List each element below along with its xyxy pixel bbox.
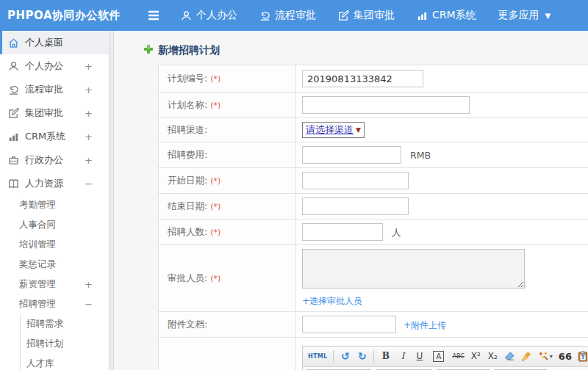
rich-text-editor: HTML ↺ ↻ B I U A ABC X² X₂ (302, 346, 588, 370)
sidebar-item-group-approval[interactable]: 集团审批 + (0, 101, 109, 125)
start-date-input[interactable] (302, 172, 409, 189)
nav-label: 流程审批 (275, 9, 316, 22)
required-mark: (*) (210, 274, 220, 283)
nav-crm-system[interactable]: CRM系统 (417, 9, 476, 22)
sidebar-item-talent-pool[interactable]: 人才库 (21, 354, 109, 370)
field-label-end-date: 结束日期:(*) (159, 194, 296, 220)
editor-row-label-empty (159, 338, 296, 370)
home-icon (7, 37, 19, 48)
nav-more-apps[interactable]: 更多应用 ▼ (498, 9, 551, 22)
field-label-cost: 招聘费用: (159, 142, 296, 168)
field-label-plan-number: 计划编号:(*) (159, 65, 296, 92)
top-navbar: PHPOA协同办公软件 个人办公 流程审批 集团审批 CRM系统 (0, 0, 588, 31)
hamburger-menu-icon[interactable] (147, 10, 160, 21)
blockquote-button[interactable]: 66 (556, 349, 574, 364)
auto-typeset-wand-icon[interactable]: ▾ (536, 349, 555, 364)
plan-name-input[interactable] (302, 96, 470, 114)
sidebar-item-admin-office[interactable]: 行政办公 + (0, 148, 109, 172)
expand-plus-icon[interactable]: + (85, 108, 93, 119)
sidebar-subitem-label: 招聘管理 (19, 298, 56, 311)
superscript-button[interactable]: X² (468, 349, 484, 364)
svg-text:T: T (581, 354, 586, 360)
char-border-button[interactable]: A (433, 351, 444, 362)
sidebar-item-recruit-demand[interactable]: 招聘需求 (21, 314, 109, 334)
field-label-channel: 招聘渠道: (159, 118, 296, 142)
currency-suffix: RMB (410, 150, 431, 161)
sidebar-item-reward-punishment[interactable]: 奖惩记录 (0, 255, 109, 275)
sidebar-item-personal-office[interactable]: 个人办公 + (0, 54, 109, 78)
sidebar-item-label: 人力资源 (25, 177, 63, 190)
nav-group-approval[interactable]: 集团审批 (338, 9, 395, 22)
sidebar-item-salary[interactable]: 薪资管理 + (0, 275, 109, 294)
approvers-textarea[interactable] (302, 249, 525, 289)
sidebar-item-label: 个人桌面 (25, 36, 63, 49)
field-label-plan-name: 计划名称:(*) (159, 92, 296, 118)
expand-plus-icon[interactable]: + (85, 131, 93, 142)
paste-text-icon[interactable]: T (576, 349, 588, 364)
nav-personal-office[interactable]: 个人办公 (181, 9, 237, 22)
select-caret-icon: ▼ (356, 126, 361, 134)
bold-button[interactable]: B (378, 349, 393, 364)
italic-button[interactable]: I (395, 349, 410, 364)
people-suffix: 人 (392, 227, 401, 238)
field-label-attachment: 附件文档: (159, 312, 296, 338)
nav-label: CRM系统 (432, 9, 476, 22)
undo-button[interactable]: ↺ (337, 349, 353, 364)
sidebar-item-recruit-plan[interactable]: 招聘计划 (21, 334, 109, 354)
expand-plus-icon[interactable]: + (85, 61, 93, 72)
nav-label: 个人办公 (196, 9, 237, 22)
sidebar-item-hr[interactable]: 人力资源 − (0, 172, 109, 195)
sidebar-item-label: 集团审批 (25, 106, 63, 120)
required-mark: (*) (210, 228, 220, 237)
sidebar-item-crm[interactable]: CRM系统 + (0, 125, 109, 148)
collapse-minus-icon[interactable]: − (85, 178, 93, 189)
sidebar-subitem-label: 奖惩记录 (19, 258, 56, 271)
required-mark: (*) (210, 202, 220, 211)
collapse-minus-icon[interactable]: − (85, 299, 93, 310)
strikethrough-button[interactable]: ABC (450, 349, 466, 364)
sidebar-scrollbar[interactable] (109, 31, 114, 370)
nav-label: 更多应用 (498, 9, 539, 22)
plan-number-input[interactable] (302, 70, 423, 87)
field-label-approvers: 审批人员:(*) (159, 245, 296, 312)
book-icon (7, 178, 19, 189)
sidebar-item-attendance[interactable]: 考勤管理 (0, 195, 109, 215)
redo-button[interactable]: ↻ (354, 349, 370, 364)
nav-workflow-approval[interactable]: 流程审批 (259, 9, 316, 22)
headcount-input[interactable] (302, 223, 383, 241)
channel-select[interactable]: 请选择渠道 ▼ (302, 122, 365, 138)
sidebar-item-label: 流程审批 (25, 83, 63, 96)
nav-label: 集团审批 (354, 9, 395, 22)
person-icon (7, 60, 19, 72)
recruitment-plan-form: 计划编号:(*) 计划名称:(*) 招聘渠道: 请选择渠道 ▼ (158, 65, 588, 370)
sidebar-item-label: 行政办公 (25, 153, 63, 167)
sidebar-item-hr-contract[interactable]: 人事合同 (0, 215, 109, 235)
field-label-headcount: 招聘人数:(*) (159, 220, 296, 245)
sidebar-item-label: 个人办公 (25, 59, 63, 73)
process-undo-icon (259, 10, 270, 21)
expand-plus-icon[interactable]: + (85, 84, 93, 95)
edit-square-icon (7, 107, 19, 119)
underline-button[interactable]: U (412, 349, 427, 364)
choose-approvers-link[interactable]: +选择审批人员 (302, 295, 588, 308)
navbar-menu: 个人办公 流程审批 集团审批 CRM系统 更多应用 ▼ (181, 9, 551, 22)
sidebar-item-recruitment[interactable]: 招聘管理 − (0, 294, 109, 314)
sidebar-subitem-label: 考勤管理 (19, 199, 56, 211)
editor-toolbar-row-2: 自定义标题 ▾ 段落格式 ▾ 字体 ▾ 字号 ▾ (303, 367, 588, 370)
end-date-input[interactable] (302, 197, 409, 215)
expand-plus-icon[interactable]: + (85, 279, 93, 290)
attachment-input[interactable] (302, 316, 396, 333)
expand-plus-icon[interactable]: + (85, 155, 93, 166)
cost-input[interactable] (302, 146, 401, 164)
format-brush-icon[interactable] (519, 349, 534, 364)
process-undo-icon (7, 84, 19, 95)
sidebar-item-desktop[interactable]: 个人桌面 (0, 31, 109, 54)
sidebar-item-training[interactable]: 培训管理 (0, 235, 109, 255)
subscript-button[interactable]: X₂ (485, 349, 501, 364)
sidebar-item-workflow-approval[interactable]: 流程审批 + (0, 78, 109, 101)
upload-attachment-link[interactable]: +附件上传 (404, 320, 446, 330)
html-source-button[interactable]: HTML (306, 349, 329, 364)
eraser-icon[interactable] (502, 349, 517, 364)
sidebar-subitem-label: 人事合同 (19, 219, 56, 231)
sidebar-item-label: CRM系统 (25, 130, 65, 143)
